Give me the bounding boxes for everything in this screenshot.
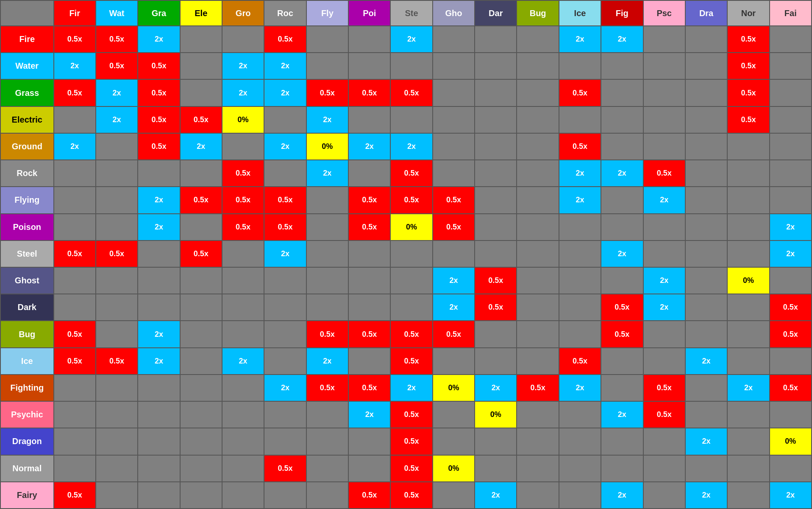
cell-ground-dar xyxy=(475,133,517,160)
cell-grass-dra xyxy=(685,79,727,106)
cell-steel-fly xyxy=(306,241,348,267)
cell-dark-ice xyxy=(559,294,601,321)
cell-fire-dra xyxy=(685,26,727,53)
cell-steel-fai: 2x xyxy=(770,241,812,267)
cell-dragon-ste: 0.5x xyxy=(390,428,432,455)
row-label-bug: Bug xyxy=(0,321,54,347)
cell-fairy-fai: 2x xyxy=(770,482,812,509)
cell-dark-ele xyxy=(180,294,222,321)
cell-dragon-fir xyxy=(54,428,96,455)
cell-electric-fly: 2x xyxy=(306,106,348,133)
cell-fire-roc: 0.5x xyxy=(264,26,306,53)
cell-dark-poi xyxy=(348,294,390,321)
cell-psychic-fai xyxy=(770,401,812,428)
cell-water-fai xyxy=(770,53,812,79)
cell-fire-gra: 2x xyxy=(138,26,180,53)
cell-fighting-fly: 0.5x xyxy=(306,375,348,401)
col-header-psc: Psc xyxy=(643,0,685,26)
cell-water-psc xyxy=(643,53,685,79)
cell-ice-poi xyxy=(348,348,390,375)
cell-ground-poi: 2x xyxy=(348,133,390,160)
cell-electric-ele: 0.5x xyxy=(180,106,222,133)
cell-ice-fai xyxy=(770,348,812,375)
cell-bug-ice xyxy=(559,321,601,347)
cell-fighting-bug: 0.5x xyxy=(517,375,559,401)
cell-bug-gra: 2x xyxy=(138,321,180,347)
cell-ground-fir: 2x xyxy=(54,133,96,160)
cell-dragon-fig xyxy=(601,428,643,455)
cell-normal-gra xyxy=(138,455,180,482)
cell-normal-ste: 0.5x xyxy=(390,455,432,482)
cell-water-fir: 2x xyxy=(54,53,96,79)
cell-ground-ice: 0.5x xyxy=(559,133,601,160)
cell-bug-dar xyxy=(475,321,517,347)
cell-dragon-wat xyxy=(96,428,138,455)
cell-ghost-fly xyxy=(306,267,348,294)
cell-flying-fig xyxy=(601,187,643,213)
cell-dragon-ele xyxy=(180,428,222,455)
cell-water-dra xyxy=(685,53,727,79)
cell-steel-ice xyxy=(559,241,601,267)
col-header-ice: Ice xyxy=(559,0,601,26)
cell-ghost-gro xyxy=(222,267,264,294)
cell-flying-ele: 0.5x xyxy=(180,187,222,213)
col-header-gra: Gra xyxy=(138,0,180,26)
cell-grass-wat: 2x xyxy=(96,79,138,106)
cell-ground-dra xyxy=(685,133,727,160)
cell-fighting-dar: 2x xyxy=(475,375,517,401)
cell-grass-ice: 0.5x xyxy=(559,79,601,106)
cell-water-dar xyxy=(475,53,517,79)
cell-fighting-ice: 2x xyxy=(559,375,601,401)
cell-psychic-gro xyxy=(222,401,264,428)
cell-dark-fly xyxy=(306,294,348,321)
cell-flying-dra xyxy=(685,187,727,213)
cell-ground-fig xyxy=(601,133,643,160)
cell-water-ste xyxy=(390,53,432,79)
cell-ghost-psc: 2x xyxy=(643,267,685,294)
cell-water-ice xyxy=(559,53,601,79)
type-chart-table: FirWatGraEleGroRocFlyPoiSteGhoDarBugIceF… xyxy=(0,0,812,509)
col-header-fig: Fig xyxy=(601,0,643,26)
cell-psychic-nor xyxy=(727,401,769,428)
cell-fighting-gra xyxy=(138,375,180,401)
cell-fire-fai xyxy=(770,26,812,53)
cell-grass-roc: 2x xyxy=(264,79,306,106)
cell-normal-bug xyxy=(517,455,559,482)
cell-poison-roc: 0.5x xyxy=(264,214,306,241)
cell-rock-gro: 0.5x xyxy=(222,160,264,187)
cell-flying-fly xyxy=(306,187,348,213)
cell-normal-ele xyxy=(180,455,222,482)
cell-poison-dar xyxy=(475,214,517,241)
cell-rock-dar xyxy=(475,160,517,187)
cell-grass-fai xyxy=(770,79,812,106)
cell-fighting-dra xyxy=(685,375,727,401)
cell-ghost-bug xyxy=(517,267,559,294)
row-label-fire: Fire xyxy=(0,26,54,53)
cell-ground-gho xyxy=(433,133,475,160)
cell-grass-poi: 0.5x xyxy=(348,79,390,106)
col-header-gro: Gro xyxy=(222,0,264,26)
row-label-fighting: Fighting xyxy=(0,375,54,401)
cell-dark-fir xyxy=(54,294,96,321)
cell-bug-gro xyxy=(222,321,264,347)
cell-grass-psc xyxy=(643,79,685,106)
cell-rock-roc xyxy=(264,160,306,187)
cell-electric-roc xyxy=(264,106,306,133)
cell-electric-wat: 2x xyxy=(96,106,138,133)
cell-steel-psc xyxy=(643,241,685,267)
cell-normal-wat xyxy=(96,455,138,482)
cell-flying-gho: 0.5x xyxy=(433,187,475,213)
corner-header xyxy=(0,0,54,26)
cell-dark-gho: 2x xyxy=(433,294,475,321)
cell-ice-ice: 0.5x xyxy=(559,348,601,375)
cell-poison-ice xyxy=(559,214,601,241)
cell-bug-fir: 0.5x xyxy=(54,321,96,347)
cell-flying-ste: 0.5x xyxy=(390,187,432,213)
cell-dark-dar: 0.5x xyxy=(475,294,517,321)
cell-flying-dar xyxy=(475,187,517,213)
cell-electric-gro: 0% xyxy=(222,106,264,133)
cell-rock-bug xyxy=(517,160,559,187)
cell-ice-psc xyxy=(643,348,685,375)
cell-water-fig xyxy=(601,53,643,79)
cell-ice-fig xyxy=(601,348,643,375)
